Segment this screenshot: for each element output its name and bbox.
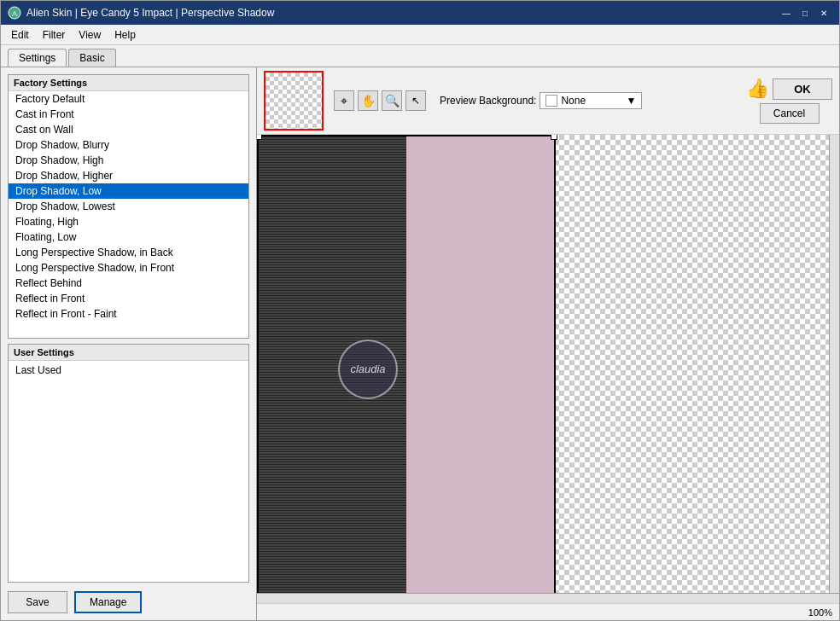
right-panel: ⌖ ✋ 🔍 ↖ Preview Background: N (257, 67, 839, 620)
list-item-selected[interactable]: Drop Shadow, Low (9, 183, 248, 199)
list-item[interactable]: Floating, Low (9, 229, 248, 245)
scrollbar-vertical[interactable] (829, 135, 839, 593)
title-bar-controls: ― □ ✕ (778, 4, 832, 21)
bottom-buttons: Save Manage (8, 588, 249, 613)
menu-help[interactable]: Help (108, 27, 143, 43)
menu-view[interactable]: View (72, 27, 108, 43)
canvas-area: claudia (257, 135, 839, 603)
pan-icon: ✋ (361, 94, 376, 107)
factory-settings-header: Factory Settings (9, 75, 248, 91)
title-text: Alien Skin | Eye Candy 5 Impact | Perspe… (26, 7, 274, 19)
status-bar: 100% (257, 603, 839, 620)
preview-bg-label: Preview Background: (440, 95, 536, 107)
title-bar-left: A Alien Skin | Eye Candy 5 Impact | Pers… (8, 6, 274, 20)
main-content: Factory Settings Factory Default Cast in… (1, 67, 839, 620)
pink-area (406, 135, 556, 603)
list-item[interactable]: Long Perspective Shadow, in Back (9, 245, 248, 260)
list-item[interactable]: Floating, High (9, 214, 248, 229)
list-item[interactable]: Drop Shadow, Blurry (9, 137, 248, 153)
user-settings-header: User Settings (9, 345, 248, 361)
user-settings-box: User Settings Last Used (8, 344, 249, 583)
pan-button[interactable]: ✋ (358, 90, 378, 111)
tabs-bar: Settings Basic (1, 45, 839, 67)
list-item[interactable]: Long Perspective Shadow, in Front (9, 260, 248, 276)
tab-basic[interactable]: Basic (68, 49, 115, 67)
scrollbar-horizontal[interactable] (257, 593, 839, 603)
preview-toolbar: ⌖ ✋ 🔍 ↖ Preview Background: N (257, 67, 839, 135)
ok-btn-wrapper: 👍 OK (746, 78, 832, 100)
list-item[interactable]: Drop Shadow, Higher (9, 168, 248, 183)
zoom-level: 100% (808, 607, 832, 618)
svg-text:A: A (12, 9, 17, 18)
manage-button[interactable]: Manage (74, 591, 142, 613)
list-item[interactable]: Reflect in Front - Faint (9, 306, 248, 322)
list-item[interactable]: Factory Default (9, 91, 248, 107)
preview-image-container: claudia (257, 135, 839, 603)
list-item[interactable]: Reflect in Front (9, 291, 248, 306)
arrow-icon: ↖ (411, 95, 420, 107)
menu-bar: Edit Filter View Help (1, 25, 839, 45)
preview-bg-value: None (561, 95, 586, 107)
ok-icon: 👍 (746, 78, 769, 100)
list-item[interactable]: Drop Shadow, Lowest (9, 199, 248, 214)
striped-area (257, 135, 406, 603)
menu-filter[interactable]: Filter (36, 27, 73, 43)
minimize-button[interactable]: ― (778, 4, 795, 21)
settings-list-container[interactable]: Factory Default Cast in Front Cast on Wa… (9, 91, 248, 338)
title-bar: A Alien Skin | Eye Candy 5 Impact | Pers… (1, 1, 839, 25)
user-settings-list: Last Used (9, 361, 248, 380)
ok-cancel-area: 👍 OK Cancel (746, 78, 832, 124)
thumbnail (264, 71, 324, 131)
tab-settings[interactable]: Settings (8, 49, 67, 67)
list-item[interactable]: Reflect Behind (9, 276, 248, 291)
zoom-in-icon: 🔍 (385, 94, 400, 107)
zoom-in-button[interactable]: 🔍 (382, 90, 402, 111)
save-button[interactable]: Save (8, 591, 67, 613)
close-button[interactable]: ✕ (815, 4, 832, 21)
preview-bg-dropdown[interactable]: None ▼ (540, 92, 642, 109)
factory-settings-list: Factory Default Cast in Front Cast on Wa… (9, 91, 248, 322)
dropdown-arrow-icon: ▼ (627, 95, 637, 107)
arrow-select-button[interactable]: ↖ (405, 90, 426, 111)
list-item[interactable]: Cast in Front (9, 107, 248, 122)
left-panel: Factory Settings Factory Default Cast in… (1, 67, 257, 620)
zoom-rect-button[interactable]: ⌖ (334, 90, 354, 111)
app-icon: A (8, 6, 21, 20)
maximize-button[interactable]: □ (796, 4, 814, 21)
menu-edit[interactable]: Edit (4, 27, 36, 43)
list-item-last-used[interactable]: Last Used (9, 363, 248, 378)
zoom-rect-icon: ⌖ (341, 94, 347, 108)
ok-button[interactable]: OK (773, 78, 832, 100)
cancel-button[interactable]: Cancel (760, 103, 820, 124)
list-item[interactable]: Drop Shadow, High (9, 153, 248, 168)
list-item[interactable]: Cast on Wall (9, 122, 248, 137)
preview-bg-swatch (545, 95, 557, 107)
toolbar-icons: ⌖ ✋ 🔍 ↖ (334, 90, 426, 111)
main-window: A Alien Skin | Eye Candy 5 Impact | Pers… (0, 0, 840, 621)
factory-settings-box: Factory Settings Factory Default Cast in… (8, 74, 249, 339)
